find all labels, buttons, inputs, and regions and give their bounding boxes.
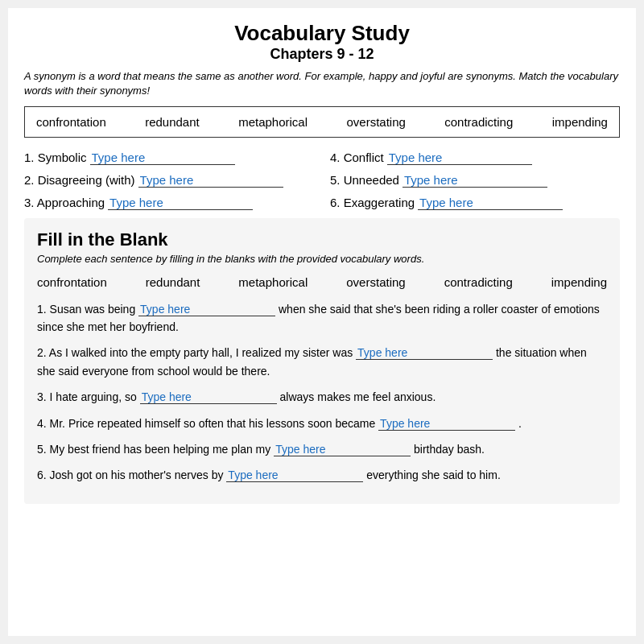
fill-input-3[interactable]: [140, 390, 277, 404]
fill-sentence-3: 3. I hate arguing, so always makes me fe…: [37, 388, 607, 406]
synonym-item-3: 3. Approaching: [24, 196, 314, 210]
synonym-input-2[interactable]: [138, 173, 283, 188]
fill-sentence-1: 1. Susan was being when she said that sh…: [37, 300, 607, 336]
synonym-item-1: 1. Symbolic: [24, 151, 314, 165]
synonym-input-6[interactable]: [418, 196, 563, 210]
fill-instruction: Complete each sentence by filling in the…: [37, 252, 607, 266]
fill-sentence-5-before: 5. My best friend has been helping me pl…: [37, 443, 274, 456]
fill-sentence-6-before: 6. Josh got on his mother's nerves by: [37, 469, 226, 481]
word-bank-item: metaphorical: [238, 115, 308, 129]
fill-sentence-2-before: 2. As I walked into the empty party hall…: [37, 346, 356, 359]
word-bank-item: confrontation: [36, 115, 106, 129]
fill-word-bank: confrontation redundant metaphorical ove…: [37, 275, 607, 289]
synonym-input-3[interactable]: [108, 196, 253, 210]
fill-input-5[interactable]: [274, 443, 411, 456]
synonym-input-4[interactable]: [387, 151, 532, 165]
synonym-label-1: 1. Symbolic: [24, 151, 87, 164]
page-title: Vocabulary Study: [24, 21, 620, 46]
fill-title: Fill in the Blank: [37, 229, 607, 250]
fill-sentence-2: 2. As I walked into the empty party hall…: [37, 344, 607, 380]
fill-word-bank-item: confrontation: [37, 275, 107, 289]
fill-sentences: 1. Susan was being when she said that sh…: [37, 300, 607, 485]
fill-sentence-6-after: everything she said to him.: [366, 469, 501, 481]
synonym-label-2: 2. Disagreeing (with): [24, 173, 135, 187]
fill-input-2[interactable]: [356, 346, 493, 360]
page: Vocabulary Study Chapters 9 - 12 A synon…: [8, 8, 636, 636]
synonym-label-6: 6. Exaggerating: [330, 196, 415, 209]
synonym-section: 1. Symbolic 4. Conflict 2. Disagreeing (…: [24, 151, 620, 210]
synonym-input-5[interactable]: [402, 173, 547, 188]
fill-sentence-1-before: 1. Susan was being: [37, 303, 138, 316]
synonym-item-5: 5. Unneeded: [330, 173, 620, 188]
fill-sentence-3-after: always makes me feel anxious.: [280, 390, 436, 403]
fill-sentence-4-before: 4. Mr. Price repeated himself so often t…: [37, 417, 378, 430]
fill-word-bank-item: metaphorical: [238, 275, 308, 289]
fill-word-bank-item: impending: [551, 275, 607, 289]
fill-word-bank-item: overstating: [346, 275, 405, 289]
fill-word-bank-item: redundant: [146, 275, 200, 289]
word-bank-item: redundant: [145, 115, 200, 129]
fill-sentence-4-after: .: [518, 417, 522, 430]
word-bank-item: impending: [552, 115, 608, 129]
synonym-instruction: A synonym is a word that means the same …: [24, 69, 620, 98]
synonym-item-2: 2. Disagreeing (with): [24, 173, 314, 188]
synonym-grid: 1. Symbolic 4. Conflict 2. Disagreeing (…: [24, 151, 620, 210]
fill-input-1[interactable]: [138, 303, 275, 316]
synonym-item-4: 4. Conflict: [330, 151, 620, 165]
synonym-item-6: 6. Exaggerating: [330, 196, 620, 210]
fill-word-bank-item: contradicting: [444, 275, 513, 289]
fill-sentence-3-before: 3. I hate arguing, so: [37, 390, 140, 403]
synonym-input-1[interactable]: [90, 151, 235, 165]
fill-sentence-5-after: birthday bash.: [414, 443, 485, 456]
fill-sentence-5: 5. My best friend has been helping me pl…: [37, 440, 607, 458]
synonym-label-4: 4. Conflict: [330, 151, 384, 164]
word-bank-item: overstating: [346, 115, 405, 129]
synonym-label-5: 5. Unneeded: [330, 173, 399, 187]
fill-input-6[interactable]: [226, 469, 363, 482]
synonym-label-3: 3. Approaching: [24, 196, 105, 209]
word-bank: confrontation redundant metaphorical ove…: [24, 106, 620, 138]
page-subtitle: Chapters 9 - 12: [24, 46, 620, 63]
fill-sentence-4: 4. Mr. Price repeated himself so often t…: [37, 415, 607, 432]
word-bank-item: contradicting: [444, 115, 513, 129]
fill-section: Fill in the Blank Complete each sentence…: [24, 218, 620, 503]
fill-input-4[interactable]: [378, 417, 515, 431]
fill-sentence-6: 6. Josh got on his mother's nerves by ev…: [37, 466, 607, 484]
